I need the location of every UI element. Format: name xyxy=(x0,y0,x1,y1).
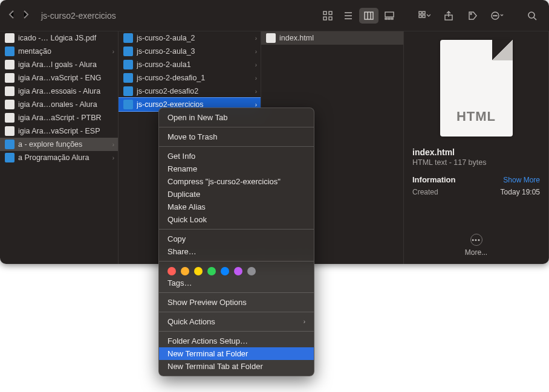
tag-color[interactable] xyxy=(167,267,176,275)
item-label: icado -… Lógica JS.pdf xyxy=(18,34,114,42)
file-icon xyxy=(5,126,15,136)
svg-point-22 xyxy=(493,15,494,16)
back-button[interactable] xyxy=(7,10,16,22)
folder-icon xyxy=(5,47,15,56)
preview-description: HTML text - 117 bytes xyxy=(412,158,540,167)
breadcrumb[interactable]: js-curso2-exercicios xyxy=(41,11,116,21)
file-ext-label: HTML xyxy=(456,109,496,137)
icon-view-button[interactable] xyxy=(318,8,337,24)
item-label: js-curso-2-aula1 xyxy=(137,60,251,69)
file-icon xyxy=(5,86,15,96)
menu-compress[interactable]: Compress "js-curso2-exercicios" xyxy=(159,175,314,188)
search-button[interactable] xyxy=(522,8,542,24)
group-by-button[interactable] xyxy=(415,8,434,24)
chevron-right-icon: › xyxy=(304,318,305,325)
item-label: a Programação Alura xyxy=(18,153,108,162)
svg-rect-16 xyxy=(419,15,421,18)
svg-point-19 xyxy=(470,13,472,14)
menu-show-preview-options[interactable]: Show Preview Options xyxy=(159,296,314,309)
list-item[interactable]: igia Ara…essoais - Alura xyxy=(0,85,118,98)
created-label: Created xyxy=(412,188,438,196)
list-view-button[interactable] xyxy=(339,8,358,24)
gallery-view-button[interactable] xyxy=(380,8,399,24)
svg-point-23 xyxy=(496,15,497,16)
menu-new-terminal-at-folder[interactable]: New Terminal at Folder xyxy=(159,347,314,360)
list-item[interactable]: igia Ara…vaScript - ENG xyxy=(0,71,118,85)
list-item[interactable]: a - explore funções› xyxy=(0,138,118,151)
more-label: More... xyxy=(465,248,487,257)
file-preview-icon: HTML xyxy=(440,40,513,137)
list-item[interactable]: js-curso-2-aula1› xyxy=(119,58,261,71)
tags-button[interactable] xyxy=(463,8,482,24)
context-menu: Open in New Tab Move to Trash Get Info R… xyxy=(158,108,314,376)
svg-rect-12 xyxy=(388,18,390,19)
action-button[interactable] xyxy=(487,8,507,24)
list-item[interactable]: igia Ara…vaScript - ESP xyxy=(0,124,118,138)
svg-point-24 xyxy=(528,12,534,18)
more-actions[interactable]: ••• More... xyxy=(404,234,548,257)
tag-color[interactable] xyxy=(194,267,203,275)
forward-button[interactable] xyxy=(22,10,30,22)
tag-colors-row xyxy=(159,265,314,277)
chevron-right-icon: › xyxy=(108,155,114,161)
item-label: igia Ara…vaScript - ESP xyxy=(18,127,114,135)
list-item[interactable]: index.html xyxy=(261,31,403,45)
column-1: icado -… Lógica JS.pdfmentação›igia Ara…… xyxy=(0,31,119,264)
menu-make-alias[interactable]: Make Alias xyxy=(159,201,314,213)
item-label: js-curso-2-aula_3 xyxy=(137,47,251,56)
show-more-link[interactable]: Show More xyxy=(503,176,540,184)
item-label: igia Ara…aScript - PTBR xyxy=(18,114,114,122)
menu-get-info[interactable]: Get Info xyxy=(159,150,314,162)
tag-color[interactable] xyxy=(234,267,242,275)
chevron-right-icon: › xyxy=(108,141,114,148)
chevron-right-icon: › xyxy=(108,48,114,55)
svg-rect-7 xyxy=(365,12,373,19)
item-label: igia Ara…vaScript - ENG xyxy=(18,74,114,82)
menu-copy[interactable]: Copy xyxy=(159,233,314,245)
item-label: igia Ara…l goals - Alura xyxy=(18,60,114,69)
menu-rename[interactable]: Rename xyxy=(159,162,314,175)
chevron-right-icon: › xyxy=(251,75,257,82)
toolbar: js-curso2-exercicios xyxy=(0,0,549,31)
chevron-right-icon: › xyxy=(251,48,257,55)
menu-tags[interactable]: Tags… xyxy=(159,277,314,289)
menu-share[interactable]: Share… xyxy=(159,245,314,258)
chevron-right-icon: › xyxy=(251,101,257,108)
chevron-right-icon: › xyxy=(251,62,257,68)
list-item[interactable]: js-curso-2-aula_2› xyxy=(119,31,261,45)
preview-column: HTML index.html HTML text - 117 bytes In… xyxy=(404,31,549,264)
folder-icon xyxy=(123,86,133,96)
item-label: js-curso-2-aula_2 xyxy=(137,34,251,42)
column-view-button[interactable] xyxy=(359,8,378,24)
item-label: a - explore funções xyxy=(18,140,108,149)
svg-rect-15 xyxy=(423,11,425,14)
menu-duplicate[interactable]: Duplicate xyxy=(159,188,314,201)
menu-folder-actions-setup[interactable]: Folder Actions Setup… xyxy=(159,335,314,347)
svg-rect-10 xyxy=(385,12,394,17)
menu-quick-look[interactable]: Quick Look xyxy=(159,213,314,226)
list-item[interactable]: js-curso2-desafio2› xyxy=(119,85,261,98)
share-button[interactable] xyxy=(439,8,458,24)
list-item[interactable]: mentação› xyxy=(0,45,118,58)
list-item[interactable]: igia Ara…l goals - Alura xyxy=(0,58,118,71)
file-icon xyxy=(5,100,15,109)
list-item[interactable]: js-curso-2-desafio_1› xyxy=(119,71,261,85)
tag-color[interactable] xyxy=(181,267,189,275)
list-item[interactable]: icado -… Lógica JS.pdf xyxy=(0,31,118,45)
menu-quick-actions[interactable]: Quick Actions› xyxy=(159,315,314,328)
folder-icon xyxy=(123,73,133,83)
list-item[interactable]: a Programação Alura› xyxy=(0,151,118,164)
list-item[interactable]: igia Ara…onales - Alura xyxy=(0,98,118,111)
tag-color[interactable] xyxy=(207,267,216,275)
tag-color[interactable] xyxy=(221,267,229,275)
list-item[interactable]: js-curso-2-aula_3› xyxy=(119,45,261,58)
menu-move-to-trash[interactable]: Move to Trash xyxy=(159,130,314,143)
menu-open-new-tab[interactable]: Open in New Tab xyxy=(159,111,314,124)
created-value: Today 19:05 xyxy=(501,188,540,196)
menu-new-terminal-tab-at-folder[interactable]: New Terminal Tab at Folder xyxy=(159,360,314,373)
file-icon xyxy=(5,113,15,123)
svg-rect-17 xyxy=(423,15,425,18)
file-icon xyxy=(5,60,15,69)
tag-color[interactable] xyxy=(247,267,256,275)
list-item[interactable]: igia Ara…aScript - PTBR xyxy=(0,111,118,124)
